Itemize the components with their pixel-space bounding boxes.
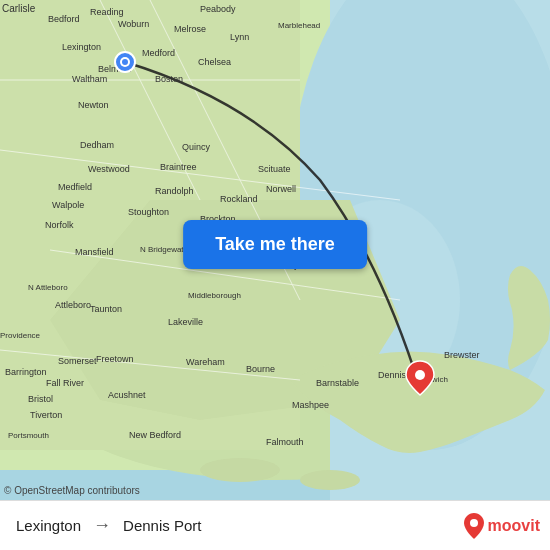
map-container: Carlisle Reading Peabody Marblehead Bedf… (0, 0, 550, 500)
svg-text:Acushnet: Acushnet (108, 390, 146, 400)
svg-text:Barrington: Barrington (5, 367, 47, 377)
svg-text:Melrose: Melrose (174, 24, 206, 34)
svg-text:Mansfield: Mansfield (75, 247, 114, 257)
svg-text:Providence: Providence (0, 331, 41, 340)
arrow-icon: → (93, 515, 111, 536)
svg-text:Reading: Reading (90, 7, 124, 17)
svg-text:Somerset: Somerset (58, 356, 97, 366)
svg-text:Stoughton: Stoughton (128, 207, 169, 217)
svg-text:Walpole: Walpole (52, 200, 84, 210)
svg-text:N Attleboro: N Attleboro (28, 283, 68, 292)
svg-text:Medfield: Medfield (58, 182, 92, 192)
moovit-text: moovit (488, 517, 540, 535)
svg-text:Middleborough: Middleborough (188, 291, 241, 300)
moovit-logo: moovit (464, 514, 540, 538)
svg-text:Randolph: Randolph (155, 186, 194, 196)
take-me-there-button[interactable]: Take me there (183, 220, 367, 269)
svg-text:Brewster: Brewster (444, 350, 480, 360)
svg-text:Taunton: Taunton (90, 304, 122, 314)
svg-point-12 (200, 458, 280, 482)
svg-text:Newton: Newton (78, 100, 109, 110)
moovit-pin-icon (464, 514, 484, 538)
destination-label: Dennis Port (123, 517, 201, 534)
svg-text:Lynn: Lynn (230, 32, 249, 42)
svg-text:Boston: Boston (155, 74, 183, 84)
svg-text:Portsmouth: Portsmouth (8, 431, 49, 440)
svg-point-78 (415, 370, 425, 380)
svg-text:Attleboro: Attleboro (55, 300, 91, 310)
svg-text:Mashpee: Mashpee (292, 400, 329, 410)
svg-text:Medford: Medford (142, 48, 175, 58)
svg-point-79 (470, 519, 478, 527)
svg-text:Carlisle: Carlisle (2, 3, 36, 14)
svg-text:Chelsea: Chelsea (198, 57, 231, 67)
svg-text:Marblehead: Marblehead (278, 21, 320, 30)
svg-text:Dennis: Dennis (378, 370, 407, 380)
svg-text:Bourne: Bourne (246, 364, 275, 374)
svg-point-77 (122, 59, 128, 65)
svg-text:Bristol: Bristol (28, 394, 53, 404)
svg-point-13 (300, 470, 360, 490)
svg-text:Westwood: Westwood (88, 164, 130, 174)
svg-text:New Bedford: New Bedford (129, 430, 181, 440)
svg-text:Freetown: Freetown (96, 354, 134, 364)
svg-text:Norwell: Norwell (266, 184, 296, 194)
svg-text:Falmouth: Falmouth (266, 437, 304, 447)
svg-text:Quincy: Quincy (182, 142, 211, 152)
svg-text:Waltham: Waltham (72, 74, 107, 84)
svg-text:Bedford: Bedford (48, 14, 80, 24)
svg-text:Barnstable: Barnstable (316, 378, 359, 388)
attribution-text: © OpenStreetMap contributors (4, 485, 140, 496)
origin-label: Lexington (16, 517, 81, 534)
svg-text:Fall River: Fall River (46, 378, 84, 388)
svg-text:Peabody: Peabody (200, 4, 236, 14)
svg-text:Rockland: Rockland (220, 194, 258, 204)
bottom-bar: Lexington → Dennis Port moovit (0, 500, 550, 550)
svg-text:Wareham: Wareham (186, 357, 225, 367)
svg-text:Woburn: Woburn (118, 19, 149, 29)
svg-text:Lexington: Lexington (62, 42, 101, 52)
svg-text:Norfolk: Norfolk (45, 220, 74, 230)
svg-text:Tiverton: Tiverton (30, 410, 62, 420)
svg-text:Lakeville: Lakeville (168, 317, 203, 327)
svg-text:Scituate: Scituate (258, 164, 291, 174)
svg-text:Dedham: Dedham (80, 140, 114, 150)
svg-text:Braintree: Braintree (160, 162, 197, 172)
